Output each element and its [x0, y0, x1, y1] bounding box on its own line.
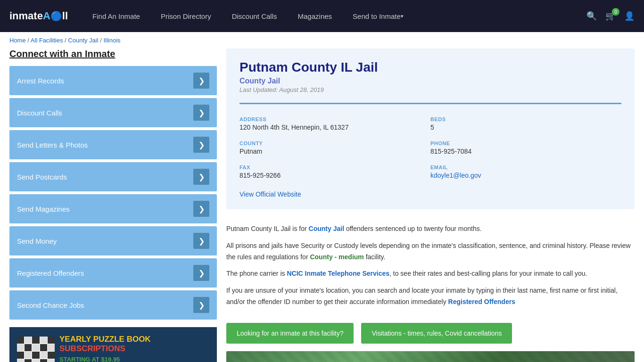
nav-send-to-inmate[interactable]: Send to Inmate [342, 0, 414, 32]
sidebar-item-label: Arrest Records [17, 77, 64, 85]
county-label: COUNTY [239, 140, 430, 146]
sidebar-arrow-discount-calls: ❯ [193, 105, 209, 121]
sidebar-item-label: Discount Calls [17, 109, 62, 117]
facility-last-updated: Last Updated: August 28, 2019 [239, 86, 621, 93]
nav-links: Find An Inmate Prison Directory Discount… [82, 0, 586, 32]
sidebar-arrow-arrest-records: ❯ [193, 73, 209, 89]
desc-para-4: If you are unsure of your inmate's locat… [226, 285, 635, 308]
sidebar-item-label: Send Magazines [17, 205, 70, 213]
fax-value: 815-925-9266 [239, 172, 430, 179]
navigation: inmateA🔵ll Find An Inmate Prison Directo… [0, 0, 644, 32]
sidebar-arrow-send-letters: ❯ [193, 137, 209, 153]
desc-para-3: The phone carrier is NCIC Inmate Telepho… [226, 268, 635, 280]
beds-label: BEDS [430, 116, 621, 122]
sidebar-item-send-letters[interactable]: Send Letters & Photos ❯ [9, 130, 217, 159]
cart-badge: 0 [612, 8, 619, 16]
registered-offenders-link[interactable]: Registered Offenders [448, 298, 515, 305]
breadcrumb-illinois[interactable]: Illinois [103, 37, 120, 44]
email-value: kdoyle1@leo.gov [430, 172, 621, 179]
desc-para-1: Putnam County IL Jail is for County Jail… [226, 223, 635, 235]
sidebar-item-second-chance-jobs[interactable]: Second Chance Jobs ❯ [9, 290, 217, 320]
sidebar-item-registered-offenders[interactable]: Registered Offenders ❯ [9, 258, 217, 288]
breadcrumb-home[interactable]: Home [9, 37, 26, 44]
facility-card: Putnam County IL Jail County Jail Last U… [226, 49, 635, 209]
sidebar-item-arrest-records[interactable]: Arrest Records ❯ [9, 66, 217, 95]
breadcrumb-county-jail[interactable]: County Jail [68, 37, 98, 44]
sidebar-arrow-send-magazines: ❯ [193, 201, 209, 217]
ad-title: YEARLY PUZZLE BOOK SUBSCRIPTIONS [59, 335, 209, 354]
detail-address: ADDRESS 120 North 4th St, Hennepin, IL 6… [239, 112, 430, 136]
user-icon[interactable]: 👤 [624, 11, 635, 21]
county-medium-link[interactable]: County - medium [310, 253, 363, 261]
phone-label: PHONE [430, 140, 621, 146]
detail-phone: PHONE 815-925-7084 [430, 136, 621, 160]
main-container: Connect with an Inmate Arrest Records ❯ … [0, 49, 644, 362]
ad-banner[interactable]: YEARLY PUZZLE BOOK SUBSCRIPTIONS STARTIN… [9, 327, 217, 362]
desc-para-2: All prisons and jails have Security or C… [226, 240, 635, 263]
sidebar-item-discount-calls[interactable]: Discount Calls ❯ [9, 98, 217, 127]
facility-details: ADDRESS 120 North 4th St, Hennepin, IL 6… [239, 103, 621, 184]
detail-email: EMAIL kdoyle1@leo.gov [430, 160, 621, 184]
sidebar-arrow-registered-offenders: ❯ [193, 265, 209, 281]
address-value: 120 North 4th St, Hennepin, IL 61327 [239, 123, 430, 131]
cart-icon[interactable]: 🛒 0 [605, 11, 616, 21]
search-icon[interactable]: 🔍 [586, 11, 597, 21]
address-label: ADDRESS [239, 116, 430, 122]
sidebar-item-label: Send Money [17, 237, 57, 245]
sidebar-menu: Arrest Records ❯ Discount Calls ❯ Send L… [9, 66, 217, 320]
official-website-link[interactable]: View Official Website [239, 190, 621, 198]
logo-text: inmateA🔵ll [9, 10, 68, 22]
detail-beds: BEDS 5 [430, 112, 621, 136]
nav-find-inmate[interactable]: Find An Inmate [82, 0, 150, 32]
sidebar-item-label: Send Postcards [17, 173, 67, 181]
detail-county: COUNTY Putnam [239, 136, 430, 160]
aerial-image [226, 351, 635, 362]
email-label: EMAIL [430, 165, 621, 170]
county-value: Putnam [239, 148, 430, 155]
fax-label: FAX [239, 165, 430, 170]
sidebar-arrow-send-postcards: ❯ [193, 169, 209, 185]
ad-text: YEARLY PUZZLE BOOK SUBSCRIPTIONS STARTIN… [59, 335, 209, 362]
county-jail-link[interactable]: County Jail [309, 225, 344, 232]
facility-type: County Jail [239, 77, 621, 85]
ncic-link[interactable]: NCIC Inmate Telephone Services [287, 270, 389, 277]
description: Putnam County IL Jail is for County Jail… [226, 219, 635, 318]
action-buttons: Looking for an inmate at this facility? … [226, 323, 635, 344]
phone-value: 815-925-7084 [430, 148, 621, 155]
sidebar-item-label: Send Letters & Photos [17, 141, 88, 149]
sidebar-item-send-magazines[interactable]: Send Magazines ❯ [9, 194, 217, 223]
sidebar-item-send-money[interactable]: Send Money ❯ [9, 226, 217, 255]
visitations-button[interactable]: Visitations - times, rules, Covid cancel… [361, 323, 512, 344]
breadcrumb-all-facilities[interactable]: All Facilities [31, 37, 63, 44]
site-logo[interactable]: inmateA🔵ll [9, 10, 68, 22]
nav-magazines[interactable]: Magazines [288, 0, 343, 32]
sidebar-arrow-send-money: ❯ [193, 233, 209, 249]
sidebar-title: Connect with an Inmate [9, 49, 217, 59]
sidebar-item-send-postcards[interactable]: Send Postcards ❯ [9, 162, 217, 191]
detail-fax: FAX 815-925-9266 [239, 160, 430, 184]
nav-discount-calls[interactable]: Discount Calls [222, 0, 288, 32]
ad-price: STARTING AT $19.95 [59, 356, 209, 362]
content-area: Putnam County IL Jail County Jail Last U… [226, 49, 635, 362]
nav-prison-directory[interactable]: Prison Directory [150, 0, 222, 32]
sidebar-item-label: Registered Offenders [17, 269, 84, 277]
facility-title: Putnam County IL Jail [239, 60, 621, 75]
sidebar: Connect with an Inmate Arrest Records ❯ … [9, 49, 217, 362]
sidebar-arrow-second-chance-jobs: ❯ [193, 297, 209, 313]
looking-for-inmate-button[interactable]: Looking for an inmate at this facility? [226, 323, 354, 344]
beds-value: 5 [430, 123, 621, 131]
nav-icons: 🔍 🛒 0 👤 [586, 11, 635, 21]
ad-crossword-image [17, 337, 55, 362]
sidebar-item-label: Second Chance Jobs [17, 301, 84, 309]
breadcrumb: Home / All Facilities / County Jail / Il… [0, 32, 644, 49]
aerial-svg [226, 351, 635, 362]
